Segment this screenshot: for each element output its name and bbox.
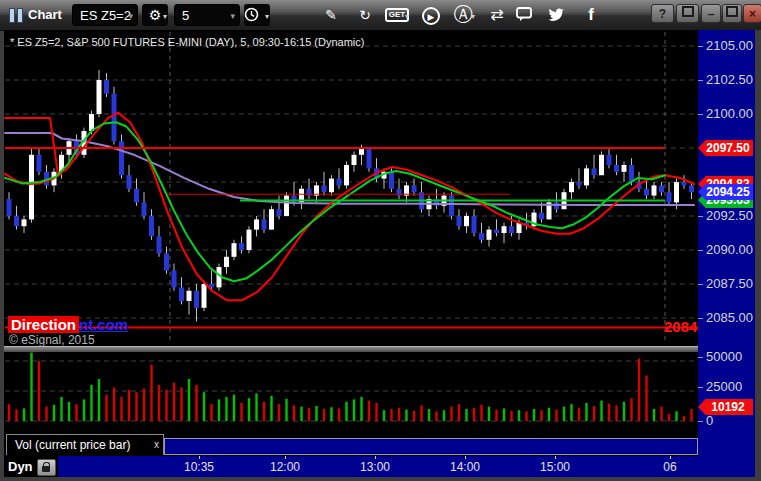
copyright-label: © eSignal, 2015	[9, 333, 95, 346]
time-tick-mark	[465, 456, 466, 459]
pencil-icon: ✎	[325, 7, 337, 23]
tab-volume-study[interactable]: Vol (current price bar) x	[6, 434, 164, 455]
time-tick-label: 06	[663, 460, 676, 474]
speech-bubble-icon	[516, 7, 532, 22]
gear-icon: ⚙	[149, 7, 162, 23]
axis-tick-label: 50000	[706, 350, 742, 364]
chart-header: * ES Z5=2, S&P 500 FUTURES E-MINI (DAY),…	[10, 36, 364, 48]
symbol-settings-button[interactable]: ⚙ ▾	[142, 4, 168, 26]
maximize-button[interactable]	[722, 4, 742, 23]
close-icon: ×	[749, 7, 756, 21]
replay-button[interactable]: ▶	[418, 4, 444, 26]
axis-tick-mark	[698, 80, 703, 81]
window-title: Chart	[28, 7, 62, 22]
volume-chart[interactable]	[4, 352, 698, 433]
minimize-button[interactable]: –	[701, 4, 721, 23]
draw-button[interactable]: ✎	[318, 4, 344, 26]
chevron-down-icon: ▾	[128, 5, 133, 27]
help-button[interactable]: ?	[651, 4, 674, 23]
axis-tick-mark	[698, 421, 703, 422]
watermark-highlight: Direction	[8, 316, 79, 333]
twitter-share-button[interactable]	[548, 4, 574, 26]
price-flag: 10192	[698, 399, 753, 415]
chart-window: Chart ES Z5=2 ▾ ⚙ ▾ 5 ▾ ▾ ✎ ↻ GET ▾	[0, 0, 761, 481]
support-level-label: 2084	[664, 318, 697, 335]
time-tick-label: 10:35	[184, 460, 214, 474]
axis-tick-label: 0	[706, 414, 713, 428]
scroll-strip[interactable]	[164, 438, 698, 455]
axis-tick-label: 2102.50	[706, 73, 753, 87]
time-tick-mark	[199, 456, 200, 459]
time-tick-mark	[285, 456, 286, 459]
restore-window-button[interactable]	[676, 4, 699, 23]
axis-tick-mark	[698, 114, 703, 115]
send-symbol-button[interactable]: ⇄	[484, 4, 510, 26]
time-axis[interactable]: Dyn 10:3512:0013:0014:0015:0006	[4, 456, 755, 477]
axis-tick-label: 2087.50	[706, 277, 753, 291]
axis-tick-mark	[698, 284, 703, 285]
time-tick-mark	[555, 456, 556, 459]
transfer-arrows-icon: ⇄	[490, 6, 503, 23]
restore-icon	[682, 6, 694, 17]
time-settings-button[interactable]: ▾	[244, 4, 270, 26]
axis-tick-label: 2105.00	[706, 39, 753, 53]
volume-pane[interactable]	[4, 352, 698, 433]
chevron-down-icon: ▾	[265, 6, 269, 28]
price-pane[interactable]: * ES Z5=2, S&P 500 FUTURES E-MINI (DAY),…	[4, 30, 698, 346]
axis-tick-label: 2090.00	[706, 243, 753, 257]
reload-button[interactable]: ↻	[352, 4, 378, 26]
axis-tick-mark	[698, 250, 703, 251]
facebook-share-button[interactable]: f	[578, 4, 604, 26]
axis-tick-mark	[698, 216, 703, 217]
price-axis[interactable]: 2105.002102.502100.002092.502090.002087.…	[698, 30, 755, 352]
help-icon: ?	[659, 7, 666, 21]
chevron-down-icon: ▾	[405, 6, 409, 28]
chevron-down-icon: ▾	[163, 6, 167, 28]
price-flag: 2094.25	[698, 184, 753, 200]
symbol-combo[interactable]: ES Z5=2 ▾	[72, 4, 138, 26]
comment-button[interactable]	[516, 4, 542, 26]
time-tick-label: 14:00	[450, 460, 480, 474]
time-tick-label: 12:00	[270, 460, 300, 474]
auto-trade-button[interactable]: Ⓐ ▾	[450, 4, 476, 26]
get-data-button[interactable]: GET ▾	[384, 4, 410, 26]
axis-tick-mark	[698, 46, 703, 47]
clock-icon	[244, 7, 259, 22]
window-frame-bottom	[0, 477, 761, 481]
chevron-down-icon: ▾	[471, 6, 475, 28]
time-tick-label: 13:00	[360, 460, 390, 474]
dynamic-mode-button[interactable]: Dyn	[8, 459, 33, 474]
maximize-icon	[726, 6, 738, 17]
time-tick-mark	[670, 456, 671, 459]
axis-tick-label: 2085.00	[706, 311, 753, 325]
axis-tick-label: 2092.50	[706, 209, 753, 223]
interval-combo[interactable]: 5 ▾	[174, 4, 240, 26]
window-frame-right	[755, 30, 761, 481]
close-button[interactable]: ×	[743, 4, 761, 23]
price-flag: 2097.50	[698, 140, 753, 156]
symbol-value: ES Z5=2	[80, 8, 131, 23]
refresh-icon: ↻	[359, 7, 371, 23]
title-bar: Chart ES Z5=2 ▾ ⚙ ▾ 5 ▾ ▾ ✎ ↻ GET ▾	[0, 0, 761, 31]
indicator-tab-row: Vol (current price bar) x	[4, 433, 698, 456]
time-tick-label: 15:00	[540, 460, 570, 474]
axis-tick-mark	[698, 357, 703, 358]
axis-tick-mark	[698, 318, 703, 319]
lock-button[interactable]	[37, 459, 56, 476]
interval-value: 5	[182, 8, 189, 23]
axis-tick-label: 25000	[706, 380, 742, 394]
chevron-down-icon: ▾	[230, 5, 235, 27]
time-tick-mark	[375, 456, 376, 459]
circled-a-icon: Ⓐ	[454, 4, 473, 25]
tab-close-icon[interactable]: x	[154, 435, 159, 455]
watermark-link[interactable]: nt.com	[79, 316, 128, 333]
chart-window-icon	[9, 8, 23, 21]
tab-volume-label: Vol (current price bar)	[15, 438, 130, 452]
axis-tick-label: 2100.00	[706, 107, 753, 121]
dynamic-mode-box: Dyn	[4, 456, 58, 477]
watermark: Directionnt.com	[8, 316, 128, 333]
twitter-icon	[548, 8, 565, 22]
axis-tick-mark	[698, 387, 703, 388]
play-icon: ▶	[422, 7, 440, 25]
candlestick-chart[interactable]	[4, 30, 698, 346]
